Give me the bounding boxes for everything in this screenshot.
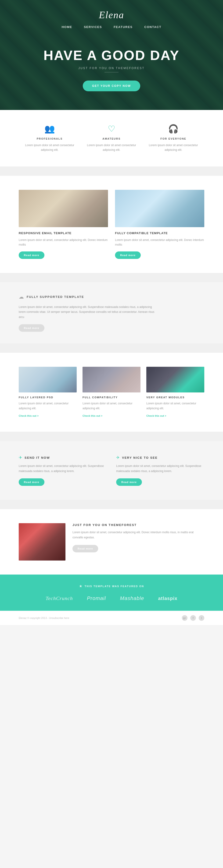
- section-divider-4: [0, 432, 223, 441]
- professionals-icon: 👥: [23, 124, 76, 134]
- feature-everyone-title: FOR EVERYONE: [147, 137, 200, 140]
- send-header: ✈ SEND IT NOW: [19, 455, 107, 460]
- features-section: 👥 PROFESIONALS Lorem ipsum dolor sit ame…: [0, 110, 223, 166]
- section-divider-5: [0, 500, 223, 509]
- nice-read-more[interactable]: Read more: [116, 478, 142, 486]
- bottom-bar: Elenaz © copyright 2013 - Unsubscribe he…: [0, 611, 223, 625]
- cards-grid: RESPONSIVE EMAIL TEMPLATE Lorem ipsum do…: [19, 190, 204, 259]
- footer-featured-icon: ★: [79, 584, 82, 588]
- cards-section: RESPONSIVE EMAIL TEMPLATE Lorem ipsum do…: [0, 176, 223, 273]
- featured-article-read-more[interactable]: Read more: [73, 545, 98, 552]
- card-compatible-read-more[interactable]: Read more: [115, 251, 141, 259]
- hero-subtitle: JUST FOR YOU ON THEMEFOREST: [0, 66, 223, 70]
- nice-title: VERY NICE TO SEE: [122, 456, 158, 460]
- hero-divider: [105, 72, 118, 72]
- card-compatible-image: [115, 190, 204, 227]
- feature-everyone: 🎧 FOR EVERYONE Lorem ipsum dolor sit ame…: [142, 124, 204, 152]
- modules-check-link[interactable]: Check this out >: [146, 414, 166, 417]
- amateurs-icon: ♡: [85, 124, 138, 134]
- main-nav: HOME SERVICES FEATURES CONTACT: [0, 25, 223, 29]
- modules-title: VERY GREAT MODULES: [146, 396, 204, 399]
- two-col-send: ✈ SEND IT NOW Lorem ipsum dolor sit amet…: [19, 455, 107, 486]
- modules-text: Lorem ipsum dolor sit amet, consectetur …: [146, 401, 204, 411]
- card-responsive-read-more[interactable]: Read more: [19, 251, 45, 259]
- logo: Elena: [0, 9, 223, 21]
- three-col-layered: FULLY LAYERED PSD Lorem ipsum dolor sit …: [19, 367, 77, 418]
- feature-professionals-text: Lorem ipsum dolor sit amet consectetur a…: [23, 143, 76, 152]
- supported-icon: ☁: [19, 294, 24, 300]
- layered-check-link[interactable]: Check this out >: [19, 414, 38, 417]
- card-responsive-text: Lorem ipsum dolor sit amet, consectetur …: [19, 238, 108, 247]
- nav-services[interactable]: SERVICES: [84, 25, 102, 29]
- hero-section: Elena HOME SERVICES FEATURES CONTACT HAV…: [0, 0, 223, 110]
- supported-text: Lorem ipsum dolor sit amet, consectetur …: [19, 305, 159, 320]
- brand-promail: Promail: [87, 595, 106, 601]
- card-responsive-image: [19, 190, 108, 227]
- supported-title: FULLY SUPPORTED TEMPLATE: [27, 295, 84, 299]
- three-col-grid: FULLY LAYERED PSD Lorem ipsum dolor sit …: [19, 367, 204, 418]
- section-divider-3: [0, 343, 223, 353]
- social-twitter[interactable]: t: [199, 615, 204, 621]
- three-col-compatibility: FULL COMPATIBILITY Lorem ipsum dolor sit…: [83, 367, 140, 418]
- footer-featured-section: ★ THIS TEMPLATE WAS FEATURED ON TechCrun…: [0, 575, 223, 611]
- compatibility-check-link[interactable]: Check this out >: [83, 414, 102, 417]
- footer-brands: TechCrunch Promail Mashable atlaspix: [19, 595, 204, 601]
- card-compatible-text: Lorem ipsum dolor sit amet, consectetur …: [115, 238, 204, 247]
- nice-text: Lorem ipsum dolor sit amet, consectetur …: [116, 464, 204, 474]
- everyone-icon: 🎧: [147, 124, 200, 134]
- feature-professionals-title: PROFESIONALS: [23, 137, 76, 140]
- card-compatible-title: FULLY COMPATIBLE TEMPLATE: [115, 231, 204, 235]
- supported-read-more[interactable]: Read more: [19, 324, 45, 332]
- layered-title: FULLY LAYERED PSD: [19, 396, 77, 399]
- feature-amateurs-text: Lorem ipsum dolor sit amet consectetur a…: [85, 143, 138, 152]
- send-read-more[interactable]: Read more: [19, 478, 45, 486]
- two-col-grid: ✈ SEND IT NOW Lorem ipsum dolor sit amet…: [19, 455, 204, 486]
- featured-article-image: [19, 523, 65, 561]
- nav-features[interactable]: FEATURES: [114, 25, 133, 29]
- social-facebook[interactable]: f: [190, 615, 196, 621]
- nice-icon: ✈: [116, 455, 120, 460]
- three-col-modules: VERY GREAT MODULES Lorem ipsum dolor sit…: [146, 367, 204, 418]
- supported-header: ☁ FULLY SUPPORTED TEMPLATE: [19, 294, 204, 300]
- supported-section: ☁ FULLY SUPPORTED TEMPLATE Lorem ipsum d…: [0, 282, 223, 344]
- hero-cta-button[interactable]: GET YOUR COPY NOW: [83, 81, 140, 91]
- hero-title: HAVE A GOOD DAY: [0, 48, 223, 63]
- layered-text: Lorem ipsum dolor sit amet, consectetur …: [19, 401, 77, 411]
- brand-techcrunch: TechCrunch: [46, 595, 73, 601]
- feature-amateurs-title: AMATEURS: [85, 137, 138, 140]
- nice-header: ✈ VERY NICE TO SEE: [116, 455, 204, 460]
- featured-article-section: JUST FOR YOU ON THEMEFOREST Lorem ipsum …: [0, 509, 223, 575]
- send-icon: ✈: [19, 455, 22, 460]
- compatibility-image: [83, 367, 140, 393]
- feature-amateurs: ♡ AMATEURS Lorem ipsum dolor sit amet co…: [81, 124, 143, 152]
- send-title: SEND IT NOW: [25, 456, 50, 460]
- section-divider-2: [0, 273, 223, 282]
- featured-article-text: Lorem ipsum dolor sit amet, consectetur …: [73, 530, 204, 540]
- brand-atlaspix: atlaspix: [158, 596, 177, 601]
- nav-contact[interactable]: CONTACT: [144, 25, 161, 29]
- compatibility-text: Lorem ipsum dolor sit amet, consectetur …: [83, 401, 140, 411]
- feature-everyone-text: Lorem ipsum dolor sit amet consectetur a…: [147, 143, 200, 152]
- footer-featured-title: THIS TEMPLATE WAS FEATURED ON: [85, 585, 144, 588]
- copyright-text: Elenaz © copyright 2013 - Unsubscribe he…: [19, 617, 69, 619]
- social-google-plus[interactable]: g+: [182, 615, 188, 621]
- card-responsive: RESPONSIVE EMAIL TEMPLATE Lorem ipsum do…: [19, 190, 108, 259]
- footer-featured-header: ★ THIS TEMPLATE WAS FEATURED ON: [19, 584, 204, 588]
- social-links: g+ f t: [182, 615, 204, 621]
- modules-image: [146, 367, 204, 393]
- two-col-nice: ✈ VERY NICE TO SEE Lorem ipsum dolor sit…: [116, 455, 204, 486]
- card-responsive-title: RESPONSIVE EMAIL TEMPLATE: [19, 231, 108, 235]
- nav-home[interactable]: HOME: [62, 25, 72, 29]
- section-divider-1: [0, 166, 223, 176]
- send-text: Lorem ipsum dolor sit amet, consectetur …: [19, 464, 107, 474]
- card-compatible: FULLY COMPATIBLE TEMPLATE Lorem ipsum do…: [115, 190, 204, 259]
- featured-article-content: JUST FOR YOU ON THEMEFOREST Lorem ipsum …: [73, 523, 204, 552]
- brand-mashable: Mashable: [120, 595, 144, 601]
- three-col-section: FULLY LAYERED PSD Lorem ipsum dolor sit …: [0, 353, 223, 432]
- layered-image: [19, 367, 77, 393]
- feature-professionals: 👥 PROFESIONALS Lorem ipsum dolor sit ame…: [19, 124, 81, 152]
- two-col-section: ✈ SEND IT NOW Lorem ipsum dolor sit amet…: [0, 441, 223, 500]
- featured-article-title: JUST FOR YOU ON THEMEFOREST: [73, 523, 204, 527]
- compatibility-title: FULL COMPATIBILITY: [83, 396, 140, 399]
